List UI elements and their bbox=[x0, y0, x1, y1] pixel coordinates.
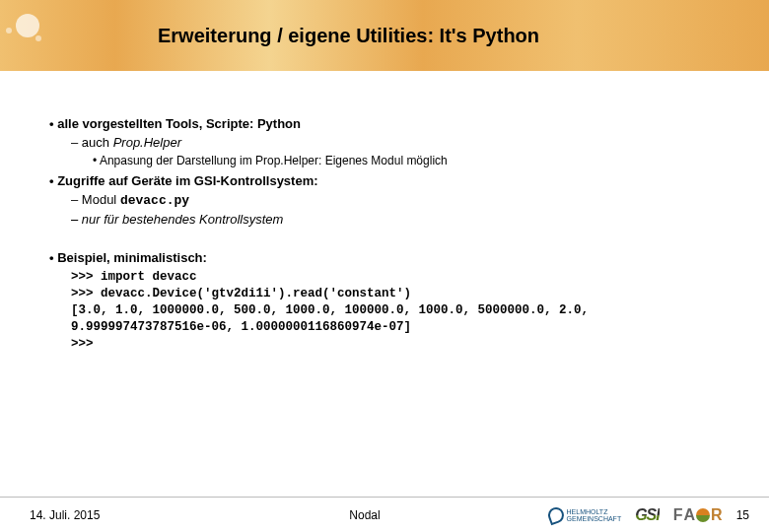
page-number: 15 bbox=[736, 508, 749, 522]
footer-date: 14. Juli. 2015 bbox=[30, 508, 276, 522]
code-line: >>> bbox=[71, 336, 720, 353]
subbullet-nur-bestehend: nur für bestehendes Kontrollsystem bbox=[71, 212, 720, 227]
subbullet-prophelper: auch Prop.Helper bbox=[71, 135, 720, 150]
bullet-zugriffe: Zugriffe auf Geräte im GSI-Kontrollsyste… bbox=[49, 173, 720, 188]
slide-title: Erweiterung / eigene Utilities: It's Pyt… bbox=[158, 25, 539, 47]
code-example: >>> import devacc >>> devacc.Device('gtv… bbox=[71, 269, 720, 352]
code-line: >>> import devacc bbox=[71, 269, 720, 286]
subsubbullet-anpassung: Anpasung der Darstellung im Prop.Helper:… bbox=[93, 154, 720, 167]
footer-logos: HELMHOLTZ GEMEINSCHAFT GSI F A R 15 bbox=[454, 506, 749, 524]
slide-header: Erweiterung / eigene Utilities: It's Pyt… bbox=[0, 0, 769, 71]
gsi-logo-icon: GSI bbox=[635, 506, 660, 524]
helmholtz-logo-icon: HELMHOLTZ GEMEINSCHAFT bbox=[548, 507, 622, 523]
fair-logo-icon: F A R bbox=[673, 506, 723, 524]
code-line: [3.0, 1.0, 1000000.0, 500.0, 1000.0, 100… bbox=[71, 302, 720, 336]
slide-body: alle vorgestellten Tools, Scripte: Pytho… bbox=[0, 71, 769, 366]
header-ornament-icon bbox=[6, 8, 51, 53]
slide-footer: 14. Juli. 2015 Nodal HELMHOLTZ GEMEINSCH… bbox=[0, 497, 769, 532]
subbullet-modul: Modul devacc.py bbox=[71, 192, 720, 208]
bullet-beispiel: Beispiel, minimalistisch: bbox=[49, 250, 720, 265]
code-line: >>> devacc.Device('gtv2di1i').read('cons… bbox=[71, 286, 720, 302]
footer-center-label: Nodal bbox=[296, 508, 434, 522]
bullet-tools-python: alle vorgestellten Tools, Scripte: Pytho… bbox=[49, 116, 720, 131]
